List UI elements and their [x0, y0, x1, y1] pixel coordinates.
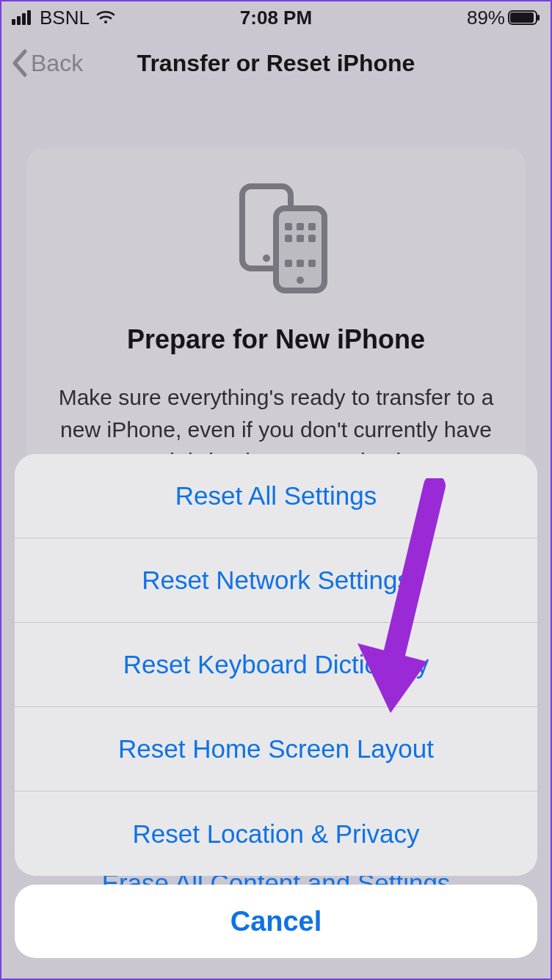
svg-rect-17	[285, 260, 292, 267]
svg-rect-19	[308, 260, 316, 267]
back-label: Back	[31, 50, 83, 77]
page-title: Transfer or Reset iPhone	[1, 50, 551, 77]
svg-rect-11	[285, 223, 292, 230]
reset-network-settings-option[interactable]: Reset Network Settings	[15, 538, 537, 623]
chevron-left-icon	[10, 48, 29, 78]
reset-home-screen-layout-option[interactable]: Reset Home Screen Layout	[15, 707, 537, 791]
status-time: 7:08 PM	[1, 7, 551, 29]
svg-rect-16	[308, 235, 316, 242]
card-title: Prepare for New iPhone	[56, 324, 496, 355]
cancel-button[interactable]: Cancel	[15, 885, 537, 958]
screen-frame: BSNL 7:08 PM 89%	[0, 0, 552, 980]
reset-location-privacy-option[interactable]: Reset Location & Privacy	[15, 791, 537, 876]
reset-all-settings-option[interactable]: Reset All Settings	[15, 454, 537, 538]
svg-rect-15	[297, 235, 304, 242]
reset-keyboard-dictionary-option[interactable]: Reset Keyboard Dictionary	[15, 623, 537, 707]
svg-rect-13	[308, 223, 316, 230]
status-bar: BSNL 7:08 PM 89%	[1, 1, 551, 34]
back-button[interactable]: Back	[10, 48, 83, 78]
svg-rect-14	[285, 235, 292, 242]
nav-bar: Back Transfer or Reset iPhone	[1, 34, 551, 92]
svg-point-10	[297, 277, 304, 284]
svg-point-8	[263, 255, 270, 262]
svg-rect-12	[297, 223, 304, 230]
reset-action: Reset All Settings Reset Network Setting…	[15, 454, 537, 876]
phones-transfer-icon	[56, 178, 496, 295]
svg-rect-18	[297, 260, 304, 267]
